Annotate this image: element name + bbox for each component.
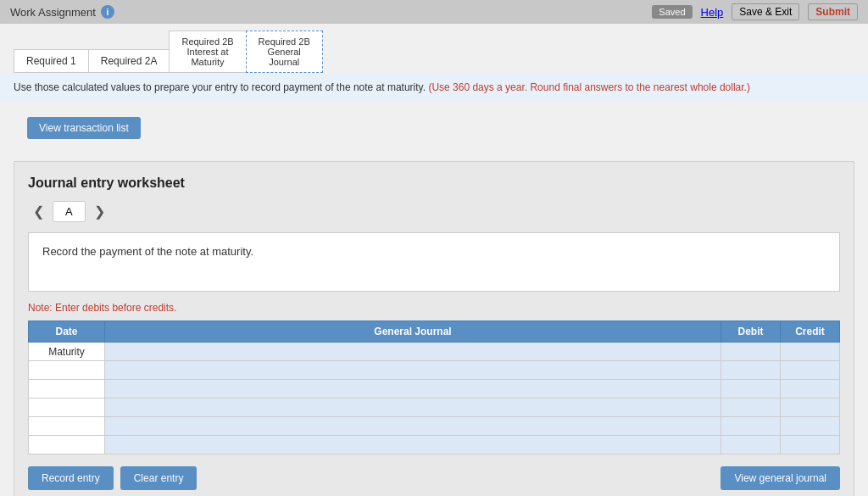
table-row [29, 361, 840, 380]
journal-cell[interactable] [105, 361, 721, 380]
clear-entry-button[interactable]: Clear entry [120, 466, 198, 490]
nav-next-button[interactable]: ❯ [89, 202, 110, 221]
table-row [29, 436, 840, 454]
date-cell [29, 398, 105, 417]
journal-input[interactable] [108, 402, 717, 414]
journal-cell[interactable] [105, 380, 721, 398]
journal-input[interactable] [108, 439, 717, 451]
journal-input[interactable] [108, 383, 717, 395]
credit-cell[interactable] [781, 380, 840, 398]
debit-cell[interactable] [721, 380, 781, 398]
col-date-header: Date [29, 321, 105, 343]
date-cell: Maturity [29, 343, 105, 361]
table-row [29, 380, 840, 398]
credit-input[interactable] [784, 383, 836, 395]
info-box: Use those calculated values to prepare y… [0, 73, 868, 102]
debit-input[interactable] [725, 439, 776, 451]
date-cell [29, 380, 105, 398]
main-content: Required 1 Required 2A Required 2B Inter… [0, 24, 868, 496]
description-text: Record the payment of the note at maturi… [42, 245, 253, 258]
credit-cell[interactable] [781, 436, 840, 454]
help-link[interactable]: Help [701, 6, 724, 19]
col-journal-header: General Journal [105, 321, 721, 343]
top-bar: Work Assignment i Saved Help Save & Exit… [0, 0, 868, 24]
journal-cell[interactable] [105, 343, 721, 361]
nav-prev-button[interactable]: ❮ [28, 202, 49, 221]
table-row [29, 417, 840, 436]
top-bar-left: Work Assignment i [10, 5, 114, 19]
credit-cell[interactable] [781, 398, 840, 417]
note-text: Note: Enter debits before credits. [28, 302, 840, 314]
debit-cell[interactable] [721, 398, 781, 417]
save-exit-button[interactable]: Save & Exit [732, 3, 799, 20]
journal-input[interactable] [108, 346, 717, 358]
tabs-row: Required 1 Required 2A Required 2B Inter… [0, 24, 868, 73]
table-row: Maturity [29, 343, 840, 361]
debit-input[interactable] [725, 421, 776, 432]
page-title: Work Assignment [10, 6, 96, 19]
journal-cell[interactable] [105, 436, 721, 454]
nav-row: ❮ A ❯ [28, 201, 840, 222]
debit-cell[interactable] [721, 343, 781, 361]
submit-button[interactable]: Submit [808, 3, 858, 20]
debit-cell[interactable] [721, 436, 781, 454]
info-main-text: Use those calculated values to prepare y… [14, 81, 426, 93]
debit-cell[interactable] [721, 417, 781, 436]
debit-input[interactable] [725, 346, 776, 358]
info-icon[interactable]: i [101, 5, 114, 19]
worksheet-title: Journal entry worksheet [28, 176, 840, 191]
record-entry-button[interactable]: Record entry [28, 466, 114, 490]
credit-input[interactable] [784, 402, 836, 414]
journal-table: Date General Journal Debit Credit Maturi… [28, 320, 840, 454]
tab-required-2a[interactable]: Required 2A [88, 49, 170, 73]
tab-required-2b-interest[interactable]: Required 2B Interest at Maturity [169, 31, 245, 73]
credit-cell[interactable] [781, 417, 840, 436]
view-general-journal-button[interactable]: View general journal [721, 466, 840, 490]
col-credit-header: Credit [781, 321, 840, 343]
debit-input[interactable] [725, 402, 776, 414]
journal-cell[interactable] [105, 398, 721, 417]
credit-input[interactable] [784, 365, 836, 376]
credit-input[interactable] [784, 421, 836, 432]
date-cell [29, 436, 105, 454]
debit-input[interactable] [725, 383, 776, 395]
tab-required-1[interactable]: Required 1 [14, 49, 88, 73]
date-cell [29, 417, 105, 436]
debit-cell[interactable] [721, 361, 781, 380]
table-row [29, 398, 840, 417]
credit-input[interactable] [784, 346, 836, 358]
credit-input[interactable] [784, 439, 836, 451]
debit-input[interactable] [725, 365, 776, 376]
date-cell [29, 361, 105, 380]
view-transaction-button[interactable]: View transaction list [27, 117, 141, 139]
worksheet-container: Journal entry worksheet ❮ A ❯ Record the… [14, 161, 854, 496]
nav-tab-a-button[interactable]: A [53, 201, 86, 222]
journal-cell[interactable] [105, 417, 721, 436]
action-buttons: Record entry Clear entry View general jo… [28, 466, 840, 490]
info-highlight-text: (Use 360 days a year. Round final answer… [428, 81, 750, 93]
col-debit-header: Debit [721, 321, 781, 343]
credit-cell[interactable] [781, 361, 840, 380]
credit-cell[interactable] [781, 343, 840, 361]
description-box: Record the payment of the note at maturi… [28, 232, 840, 292]
journal-input[interactable] [108, 421, 717, 432]
saved-badge: Saved [652, 5, 692, 19]
journal-input[interactable] [108, 365, 717, 376]
tab-required-2b-general[interactable]: Required 2B General Journal [246, 31, 323, 73]
